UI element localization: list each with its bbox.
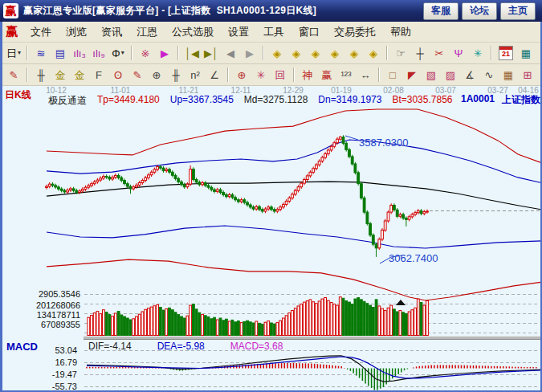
- full-view-diamond-icon[interactable]: ◈: [365, 44, 382, 62]
- home-button[interactable]: 主页: [500, 2, 536, 20]
- gold-grid2-icon[interactable]: 金: [71, 66, 88, 84]
- compress-diamond-icon[interactable]: ◈: [307, 44, 324, 62]
- grid-tool-icon[interactable]: ▦: [499, 66, 517, 84]
- candle-style-icon[interactable]: Φ▾: [109, 44, 127, 62]
- toolbar-separator: [378, 67, 380, 82]
- calculator-icon[interactable]: ▦: [517, 44, 535, 62]
- toolbar-separator: [386, 46, 388, 60]
- menu-item-browse[interactable]: 浏览: [59, 25, 94, 39]
- menu-item-help[interactable]: 帮助: [383, 25, 418, 39]
- draw-brush-icon[interactable]: ✎: [5, 66, 22, 84]
- toolbar-separator: [177, 46, 179, 60]
- toolbar-separator: [293, 67, 295, 82]
- draw-brush2-icon[interactable]: ✎: [128, 66, 146, 84]
- high-price-annotation: 3587.0300: [359, 137, 408, 149]
- trend-angle-icon[interactable]: ∡: [461, 66, 479, 84]
- volume-axis-label-2: 134178711: [0, 310, 80, 320]
- shift-right-diamond-icon[interactable]: ◈: [287, 44, 305, 62]
- cut-measure-icon[interactable]: ✂: [430, 44, 448, 62]
- indicator-up: Up=3367.3545: [170, 94, 234, 108]
- hand-drag-icon[interactable]: ☞: [392, 44, 410, 62]
- symbol-readout: 1A0001 上证指数: [461, 93, 540, 107]
- menu-logo-icon: 赢: [6, 24, 18, 39]
- chart-9min-icon[interactable]: ılı₉: [90, 44, 108, 62]
- info-f10-icon[interactable]: ▤: [51, 44, 69, 62]
- shift-left-diamond-icon[interactable]: ◈: [268, 44, 286, 62]
- rect-tool-icon[interactable]: □: [384, 66, 401, 84]
- kline-period-icon[interactable]: 日▾: [5, 44, 22, 62]
- title-bar: 赢 赢家江恩专业版[赢家服务平台] - [上证指数 SH1A0001-129日K…: [0, 0, 542, 22]
- menu-bar: 赢 文件浏览资讯江恩公式选股设置工具窗口交易委托帮助: [0, 22, 542, 43]
- toolbar-drawing: ✎╫金金Fʘ✎⊕╫n²∠⊕✳回神赢¹²³↔□◤▧▨∡∿▦⊞∥: [0, 64, 542, 86]
- app-logo-icon: 赢: [3, 3, 18, 18]
- macd-dea-value: DEA=-5.98: [157, 341, 205, 352]
- last-page-icon[interactable]: ▶│: [202, 44, 220, 62]
- menu-item-news[interactable]: 资讯: [94, 25, 129, 39]
- square-target-icon[interactable]: 回: [271, 66, 289, 84]
- pattern-color-icon[interactable]: ※: [137, 44, 154, 62]
- pattern-search-icon[interactable]: ≋: [32, 44, 50, 62]
- grid-arrow-icon[interactable]: ⊞: [519, 66, 536, 84]
- volume-axis-label-1: 201268066: [0, 300, 80, 310]
- square-n2-icon[interactable]: n²: [186, 66, 204, 84]
- menu-item-formula-stock-pick[interactable]: 公式选股: [165, 25, 221, 39]
- win-tool-icon[interactable]: 赢: [318, 66, 336, 84]
- shen-tool-icon[interactable]: 神: [299, 66, 316, 84]
- expand-diamond-icon[interactable]: ◈: [326, 44, 344, 62]
- star-grid-icon[interactable]: ✳: [252, 66, 270, 84]
- crosshair-icon[interactable]: ┼: [411, 44, 429, 62]
- tool-psi-icon[interactable]: Ψ: [450, 44, 467, 62]
- angle-tool-icon[interactable]: ∠: [206, 66, 223, 84]
- prev-page-icon[interactable]: ◀: [222, 44, 239, 62]
- chart-3min-icon[interactable]: ılı₃: [71, 44, 88, 62]
- indicator-dn: Dn=3149.1973: [318, 94, 381, 108]
- gann-ruler-icon[interactable]: ╫: [32, 66, 50, 84]
- panel-splitter[interactable]: [84, 336, 542, 340]
- flag-icon[interactable]: ▶: [156, 44, 173, 62]
- fibonacci-icon[interactable]: F: [90, 66, 108, 84]
- menu-item-trade[interactable]: 交易委托: [327, 25, 383, 39]
- gold-grid-icon[interactable]: 金: [51, 66, 69, 84]
- indicator-readout: 极反通道 Tp=3449.4180 Up=3367.3545 Md=3275.1…: [48, 94, 453, 108]
- menu-item-tools[interactable]: 工具: [256, 25, 291, 39]
- forum-button[interactable]: 论坛: [462, 2, 497, 20]
- macd-lines: [87, 356, 542, 382]
- period-label: 日K线: [5, 88, 31, 102]
- analysis-icon[interactable]: ✳: [469, 44, 487, 62]
- volume-axis-label-3: 67089355: [0, 320, 80, 329]
- next-page-icon[interactable]: ▶: [241, 44, 259, 62]
- gann-box-icon[interactable]: ▨: [442, 66, 459, 84]
- symbol-code: 1A0001: [461, 93, 495, 107]
- gann-ruler2-icon[interactable]: ╫: [167, 66, 185, 84]
- symbol-name: 上证指数: [502, 93, 540, 107]
- menu-item-gann[interactable]: 江恩: [129, 25, 165, 39]
- toolbar-separator: [491, 46, 492, 60]
- toolbar-separator: [131, 46, 132, 60]
- menu-item-window[interactable]: 窗口: [291, 25, 327, 39]
- vertical-scale-diamond-icon[interactable]: ◈: [345, 44, 363, 62]
- width-measure-icon[interactable]: ↔: [357, 66, 374, 84]
- gann-fan-icon[interactable]: ▧: [422, 66, 440, 84]
- macd-readout: DIF=-4.14 DEA=-5.98 MACD=3.68: [88, 341, 283, 352]
- zigzag-icon[interactable]: ∿: [480, 66, 498, 84]
- volume-marker-triangle: [396, 300, 405, 305]
- window-title: 赢家江恩专业版[赢家服务平台] - [上证指数 SH1A0001-129日K线]: [23, 4, 316, 18]
- price-axis-bottom-label: 2905.3546: [0, 289, 80, 299]
- ruler-123-icon[interactable]: ¹²³: [337, 66, 355, 84]
- macd-dif-value: DIF=-4.14: [88, 341, 132, 352]
- customer-service-button[interactable]: 客服: [423, 2, 458, 20]
- toolbar-separator: [26, 46, 28, 60]
- application-window: 赢 赢家江恩专业版[赢家服务平台] - [上证指数 SH1A0001-129日K…: [0, 0, 542, 392]
- indicator-name: 极反通道: [48, 94, 87, 108]
- indicator-tp: Tp=3449.4180: [97, 94, 160, 108]
- indicator-md: Md=3275.1128: [244, 94, 308, 108]
- menu-item-settings[interactable]: 设置: [221, 25, 256, 39]
- menu-item-file[interactable]: 文件: [23, 25, 59, 39]
- circle-cycle-icon[interactable]: ⊕: [148, 66, 165, 84]
- compass-icon[interactable]: ⊕: [233, 66, 251, 84]
- fan-lines-icon[interactable]: ◤: [403, 66, 421, 84]
- first-page-icon[interactable]: │◀: [183, 44, 201, 62]
- spiral-icon[interactable]: ʘ: [109, 66, 127, 84]
- calendar-icon[interactable]: 21: [499, 46, 513, 60]
- macd-bar-value: MACD=3.68: [230, 341, 283, 352]
